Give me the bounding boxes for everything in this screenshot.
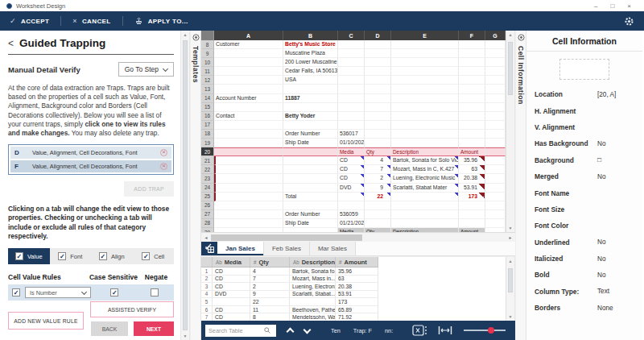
zoom-slider[interactable]: [464, 330, 506, 331]
scrollbar-thumb[interactable]: [508, 42, 513, 95]
row-header[interactable]: 13: [201, 85, 214, 93]
row-header[interactable]: 23: [201, 174, 214, 183]
table-row[interactable]: 3CD2Luening, Electroni...20.38: [201, 283, 378, 291]
cell-C29[interactable]: Media: [338, 228, 365, 232]
cell-E11[interactable]: [391, 67, 459, 76]
assisted-verify-button[interactable]: ASSISTED VERIFY: [90, 301, 174, 317]
table-cell[interactable]: 65.89: [336, 306, 378, 313]
cell-information-tab-label[interactable]: Cell Information: [517, 46, 525, 105]
sheet-tab-feb-sales[interactable]: Feb Sales: [264, 242, 310, 255]
cell-D20[interactable]: Qty: [365, 147, 391, 156]
cell-C19[interactable]: 01/10/2020: [338, 139, 365, 147]
scrollbar-thumb[interactable]: [183, 40, 188, 330]
cell-E9[interactable]: [391, 49, 459, 58]
cell-C27[interactable]: 536059: [338, 210, 365, 219]
cell-D25[interactable]: 22: [365, 193, 391, 201]
cell-F19[interactable]: [459, 139, 485, 147]
delete-trap-icon[interactable]: ✕: [160, 163, 167, 170]
cell-C15[interactable]: [338, 103, 365, 112]
table-row[interactable]: 2CD7Mozart, Mass in...63: [201, 276, 378, 284]
cell-B10[interactable]: 200 Lower Muscatine: [283, 58, 338, 67]
scroll-right-icon[interactable]: ►: [507, 235, 514, 240]
case-sensitive-checkbox[interactable]: ✓: [110, 288, 118, 296]
cell-A12[interactable]: [214, 76, 283, 85]
table-cell[interactable]: Bartok, Sonata fo...: [290, 267, 336, 275]
cell-F12[interactable]: [459, 76, 485, 85]
cell-G27[interactable]: [485, 210, 506, 219]
cell-F26[interactable]: [459, 201, 485, 210]
cell-C22[interactable]: CD: [338, 165, 365, 174]
cell-B23[interactable]: [283, 174, 338, 183]
table-cell[interactable]: 63: [336, 276, 378, 283]
cell-E23[interactable]: Luening, Electronic Music: [391, 174, 459, 183]
table-cell[interactable]: CD: [213, 283, 250, 290]
cell-B12[interactable]: USA: [283, 76, 338, 85]
row-header[interactable]: 16: [201, 112, 214, 121]
row-header[interactable]: 21: [201, 156, 214, 165]
row-header[interactable]: 20: [201, 147, 214, 156]
cell-A29[interactable]: [214, 228, 283, 232]
rule-type-dropdown[interactable]: Is Number: [25, 287, 91, 298]
cell-E22[interactable]: Mozart, Mass in C, K.427: [391, 165, 459, 174]
row-header[interactable]: 15: [201, 103, 214, 112]
cell-G22[interactable]: [485, 165, 506, 174]
add-new-value-rule-button[interactable]: ADD NEW VALUE RULE: [8, 312, 84, 330]
tab-font[interactable]: ✓Font: [50, 248, 92, 264]
column-header-b[interactable]: B: [283, 31, 338, 40]
table-cell[interactable]: 71.92: [336, 313, 378, 321]
next-match-icon[interactable]: [303, 325, 312, 334]
maximize-button[interactable]: □: [610, 2, 614, 10]
column-header-d[interactable]: D: [365, 31, 391, 40]
cell-C20[interactable]: Media: [338, 147, 365, 156]
cell-E13[interactable]: [391, 85, 459, 93]
row-header[interactable]: 27: [201, 210, 214, 219]
cell-A27[interactable]: [214, 210, 283, 219]
cell-E26[interactable]: [391, 201, 459, 210]
table-cell[interactable]: CD: [213, 306, 250, 313]
cell-B28[interactable]: Ship Date: [283, 219, 338, 228]
cell-A15[interactable]: [214, 103, 283, 112]
cell-B29[interactable]: [283, 228, 338, 232]
cell-G18[interactable]: [485, 130, 506, 139]
left-panel-scrollbar[interactable]: ▲ ▼: [180, 31, 190, 340]
fit-columns-icon[interactable]: [438, 325, 452, 335]
cell-information-side-tab[interactable]: Cell Information: [515, 31, 526, 340]
sheet-vertical-scrollbar[interactable]: ▲ ▼: [506, 31, 515, 232]
cell-F9[interactable]: [459, 49, 485, 58]
table-cell[interactable]: Mendelssohn, Wa...: [290, 313, 336, 321]
cell-E14[interactable]: [391, 94, 459, 103]
cell-G21[interactable]: [485, 156, 506, 165]
cell-G8[interactable]: [485, 40, 506, 49]
cell-F13[interactable]: [459, 85, 485, 93]
cell-A21[interactable]: [214, 156, 283, 165]
cell-F25[interactable]: 173: [459, 193, 485, 201]
cell-C8[interactable]: [338, 40, 365, 49]
cell-E18[interactable]: [391, 130, 459, 139]
column-header-media[interactable]: AbMedia: [213, 257, 250, 267]
row-header[interactable]: 29: [201, 228, 214, 232]
cell-F11[interactable]: [459, 67, 485, 76]
cell-D9[interactable]: [365, 49, 391, 58]
sheet-tab-mar-sales[interactable]: Mar Sales: [310, 242, 356, 255]
table-cell[interactable]: 8: [250, 313, 290, 321]
scroll-down-icon[interactable]: ▼: [506, 314, 514, 319]
cell-D29[interactable]: Qty: [365, 228, 391, 232]
cell-F17[interactable]: [459, 121, 485, 130]
cell-D27[interactable]: [365, 210, 391, 219]
cell-F14[interactable]: [459, 94, 485, 103]
cell-C23[interactable]: CD: [338, 174, 365, 183]
search-table-input[interactable]: [208, 327, 262, 334]
cell-E24[interactable]: Scarlatti, Stabat Mater: [391, 184, 459, 193]
column-header-amount[interactable]: #Amount: [336, 257, 378, 267]
tab-checkbox[interactable]: ✓: [15, 252, 23, 260]
cell-F27[interactable]: [459, 210, 485, 219]
cell-F20[interactable]: Amount: [459, 147, 485, 156]
cell-A26[interactable]: [214, 201, 283, 210]
scrollbar-thumb[interactable]: [508, 268, 513, 292]
accept-button[interactable]: ✓ ACCEPT: [10, 17, 49, 25]
cell-E21[interactable]: Bartok, Sonata for Solo Violin: [391, 156, 459, 165]
sheet-horizontal-scrollbar[interactable]: ◄ ►: [201, 232, 515, 242]
cell-A9[interactable]: [214, 49, 283, 58]
cell-D26[interactable]: [365, 201, 391, 210]
tab-align[interactable]: ✓Align: [91, 248, 133, 264]
